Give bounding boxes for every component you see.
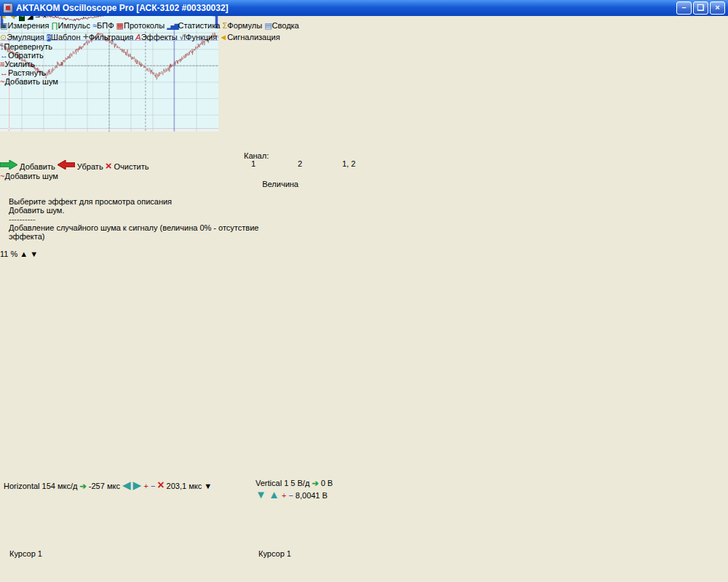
v-cursor-label: Курсор 1 xyxy=(258,549,291,558)
clear-zoom-button[interactable]: × xyxy=(157,479,164,491)
pan-right-icon: ▶ xyxy=(133,479,142,491)
window-titlebar: AKTAKOM Oscilloscope Pro [АСК-3102 #0033… xyxy=(0,0,728,16)
description-text: Добавить шум. ---------- Добавление случ… xyxy=(9,206,293,290)
description-group-label: Выберите эффект для просмотра описания xyxy=(9,197,172,206)
channel-group: Канал: 1 2 1, 2 xyxy=(244,151,399,176)
list-item[interactable]: ↕Перевернуть xyxy=(0,42,145,51)
arrow-right-icon xyxy=(0,160,17,170)
maximize-button[interactable]: ❑ xyxy=(693,1,708,15)
available-effects-list[interactable]: ↕Перевернуть ↔Обратить ≡Усилить ↔Растяну… xyxy=(0,42,145,159)
tab-formulas[interactable]: ΣФормулы xyxy=(222,21,262,30)
tab-statistics[interactable]: ▂▅▇Статистика xyxy=(167,21,220,30)
vertical-panel-title: Vertical 1 xyxy=(256,479,288,487)
tab-function[interactable]: √fФункция xyxy=(180,33,217,41)
time-offset-icon: ➔ xyxy=(80,482,87,490)
tab-row-1: ▣Измерения ∏Импульс ≈БПФ ▦Протоколы ▂▅▇С… xyxy=(0,21,299,31)
zoom-in-button[interactable]: + xyxy=(143,482,148,490)
vertical-panel: Vertical 1 5 В/д ➔ 0 В ▼ ▲ + − Курсор 1 … xyxy=(256,479,337,573)
v-cursor-field[interactable]: 8,0041 В xyxy=(296,491,328,500)
description-group: Выберите эффект для просмотра описания Д… xyxy=(9,197,399,301)
horizontal-panel: Horizontal 154 мкс/д ➔ -257 мкс ◀ ▶ + − … xyxy=(4,479,253,573)
radio-channel-1[interactable]: 1 xyxy=(248,159,256,168)
pan-left-button[interactable]: ◀ xyxy=(122,479,131,491)
analysis-module-dialog: Модуль анализа × ★ + ~ ◢ – × ▣Измерения … xyxy=(0,0,299,258)
list-item[interactable]: ~Добавить шум xyxy=(0,172,155,180)
h-cursor-dropdown[interactable]: ▼ xyxy=(204,482,212,490)
tab-emulation[interactable]: ⊙Эмуляция xyxy=(0,33,44,41)
list-item[interactable]: ↔Обратить xyxy=(0,51,145,60)
list-item[interactable]: ~Добавить шум xyxy=(0,77,145,86)
tab-template[interactable]: PШаблон xyxy=(47,33,81,41)
tab-alarm[interactable]: ◄Сигнализация xyxy=(219,33,280,41)
minimize-button[interactable]: – xyxy=(676,1,692,15)
h-cursor-combobox[interactable]: 203,1 мкс xyxy=(167,482,202,490)
clear-zoom-icon: × xyxy=(157,479,164,491)
list-item[interactable]: ↔Растянуть xyxy=(0,68,145,77)
remove-effect-button[interactable]: Убрать xyxy=(58,162,106,171)
shift-up-icon: ▲ xyxy=(269,488,280,501)
close-button[interactable]: × xyxy=(710,1,725,15)
tab-protocols[interactable]: ▦Протоколы xyxy=(116,21,165,30)
tab-pulse[interactable]: ∏Импульс xyxy=(52,21,90,30)
time-offset-field[interactable]: -257 мкс xyxy=(89,482,120,490)
shift-down-button[interactable]: ▼ xyxy=(256,488,266,501)
tab-row-2: ⊙Эмуляция PШаблон +Фильтрация AЭффекты √… xyxy=(0,31,299,42)
time-scale-field[interactable]: 154 мкс/д xyxy=(42,482,78,490)
add-effect-button[interactable]: Добавить xyxy=(0,162,58,171)
tab-summary[interactable]: ▤Сводка xyxy=(264,21,299,30)
zoom-out-button[interactable]: − xyxy=(151,482,155,490)
radio-channel-1-2[interactable]: 1, 2 xyxy=(339,159,355,168)
pan-right-button[interactable]: ▶ xyxy=(133,479,142,491)
clear-effects-button[interactable]: × Очистить xyxy=(106,162,149,171)
zoom-out-icon: − xyxy=(151,482,155,490)
horizontal-panel-title: Horizontal xyxy=(4,482,40,490)
arrow-left-icon xyxy=(58,160,75,170)
magnitude-label: Величина xyxy=(244,180,298,188)
volt-offset-icon: ➔ xyxy=(312,479,318,487)
pan-left-icon: ◀ xyxy=(122,479,131,491)
shift-up-button[interactable]: ▲ xyxy=(269,488,280,501)
clear-x-icon: × xyxy=(106,159,112,172)
window-title: AKTAKOM Oscilloscope Pro [АСК-3102 #0033… xyxy=(16,3,229,13)
zoom-in-icon: + xyxy=(282,491,286,500)
tab-measurements[interactable]: ▣Измерения xyxy=(0,21,49,30)
v-zoom-out-button[interactable]: − xyxy=(288,491,293,500)
radio-channel-2[interactable]: 2 xyxy=(295,159,302,168)
h-cursor-label: Курсор 1 xyxy=(9,549,42,558)
zoom-in-icon: + xyxy=(143,482,148,490)
shift-down-icon: ▼ xyxy=(256,488,266,501)
app-icon xyxy=(3,3,13,13)
tab-effects[interactable]: AЭффекты xyxy=(135,33,177,41)
volt-offset-field[interactable]: 0 В xyxy=(321,479,333,487)
volt-scale-field[interactable]: 5 В/д xyxy=(290,479,309,487)
tab-filtering[interactable]: +Фильтрация xyxy=(83,33,134,41)
list-item[interactable]: ≡Усилить xyxy=(0,60,145,68)
zoom-out-icon: − xyxy=(288,491,293,500)
tab-fft[interactable]: ≈БПФ xyxy=(92,21,114,30)
v-zoom-in-button[interactable]: + xyxy=(282,491,286,500)
